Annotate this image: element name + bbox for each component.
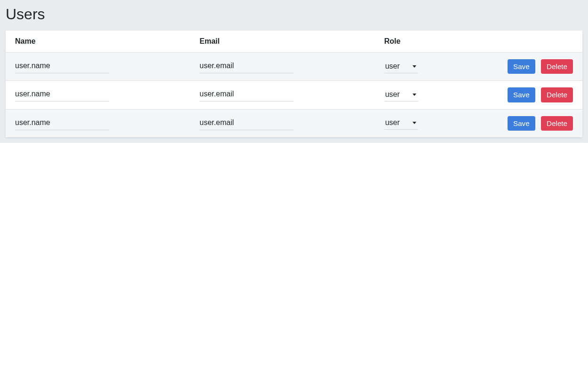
save-button[interactable]: Save [508,87,535,102]
users-card: Name Email Role [6,31,582,137]
table-header-name: Name [6,31,190,53]
table-header-email: Email [190,31,374,53]
save-button[interactable]: Save [508,59,535,74]
delete-button[interactable]: Delete [541,116,573,131]
table-row: user Save Delete [6,81,582,109]
table-row: user Save Delete [6,53,582,81]
delete-button[interactable]: Delete [541,87,573,102]
save-button[interactable]: Save [508,116,535,131]
email-input[interactable] [199,117,294,130]
email-input[interactable] [199,88,294,102]
role-select[interactable]: user [384,88,418,102]
delete-button[interactable]: Delete [541,59,573,74]
role-select[interactable]: user [384,117,418,130]
table-header-actions [455,31,582,53]
name-input[interactable] [15,60,109,73]
email-input[interactable] [199,60,294,73]
name-input[interactable] [15,117,109,130]
role-select[interactable]: user [384,60,418,73]
name-input[interactable] [15,88,109,102]
table-row: user Save Delete [6,109,582,137]
page-title: Users [6,6,582,23]
users-table: Name Email Role [6,31,582,137]
table-header-role: Role [375,31,456,53]
